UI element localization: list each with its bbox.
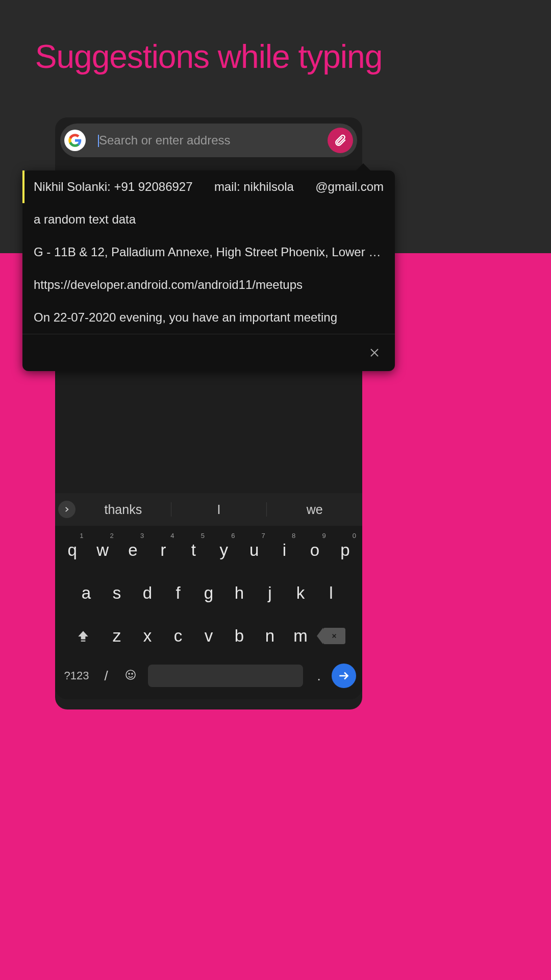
period-key[interactable]: . xyxy=(310,668,328,684)
paperclip-icon xyxy=(334,134,347,147)
key-superscript: 1 xyxy=(80,532,83,540)
key-f[interactable]: f xyxy=(163,572,193,615)
key-superscript: 7 xyxy=(262,532,265,540)
attachment-button[interactable] xyxy=(328,128,353,153)
emoji-icon xyxy=(124,669,137,681)
key-a[interactable]: a xyxy=(71,572,102,615)
svg-rect-0 xyxy=(81,641,86,642)
dropdown-arrow-icon xyxy=(356,163,370,170)
space-key[interactable] xyxy=(148,665,303,687)
emoji-key[interactable] xyxy=(120,669,141,683)
keyboard-suggestion[interactable]: thanks xyxy=(76,502,171,517)
key-b[interactable]: b xyxy=(224,615,255,657)
key-superscript: 3 xyxy=(140,532,144,540)
search-bar[interactable]: Search or enter address xyxy=(60,124,357,157)
key-j[interactable]: j xyxy=(255,572,285,615)
page-title: Suggestions while typing xyxy=(0,38,417,76)
key-q[interactable]: q1 xyxy=(57,529,87,572)
suggestion-text: mail: nikhilsola xyxy=(214,180,294,194)
key-u[interactable]: u7 xyxy=(239,529,269,572)
chevron-right-icon xyxy=(63,506,70,513)
key-k[interactable]: k xyxy=(285,572,316,615)
key-superscript: 4 xyxy=(170,532,174,540)
key-z[interactable]: z xyxy=(102,615,132,657)
key-superscript: 2 xyxy=(110,532,114,540)
suggestion-item[interactable]: a random text data xyxy=(22,203,395,236)
svg-point-1 xyxy=(126,670,135,679)
keyboard-suggestion[interactable]: I xyxy=(171,502,267,517)
shift-icon xyxy=(77,629,90,643)
expand-suggestions-button[interactable] xyxy=(58,501,76,518)
close-icon xyxy=(368,347,381,359)
key-t[interactable]: t5 xyxy=(179,529,209,572)
suggestion-item[interactable]: https://developer.android.com/android11/… xyxy=(22,268,395,301)
symbols-key[interactable]: ?123 xyxy=(61,669,92,682)
suggestion-text: @gmail.com xyxy=(315,180,384,194)
keyboard: thanks I we q1w2e3r4t5y6u7i8o9p0 asdfghj… xyxy=(55,493,362,699)
arrow-right-icon xyxy=(337,669,350,682)
keyboard-suggestion[interactable]: we xyxy=(267,502,362,517)
key-superscript: 6 xyxy=(231,532,235,540)
key-o[interactable]: o9 xyxy=(299,529,330,572)
backspace-icon xyxy=(323,628,345,644)
suggestion-item[interactable]: Nikhil Solanki: +91 92086927 mail: nikhi… xyxy=(22,170,395,203)
key-superscript: 9 xyxy=(322,532,325,540)
key-superscript: 5 xyxy=(201,532,205,540)
svg-point-2 xyxy=(129,673,130,674)
search-input[interactable]: Search or enter address xyxy=(99,133,328,148)
key-superscript: 0 xyxy=(353,532,356,540)
key-l[interactable]: l xyxy=(316,572,346,615)
key-n[interactable]: n xyxy=(255,615,285,657)
key-g[interactable]: g xyxy=(193,572,224,615)
key-h[interactable]: h xyxy=(224,572,255,615)
search-placeholder: Search or enter address xyxy=(99,133,230,147)
key-r[interactable]: r4 xyxy=(148,529,178,572)
google-logo-icon xyxy=(64,130,86,151)
key-x[interactable]: x xyxy=(132,615,163,657)
text-cursor xyxy=(98,135,99,147)
suggestion-text: Nikhil Solanki: +91 92086927 xyxy=(34,180,193,194)
key-c[interactable]: c xyxy=(163,615,193,657)
shift-key[interactable] xyxy=(65,615,102,657)
key-i[interactable]: i8 xyxy=(269,529,299,572)
svg-point-3 xyxy=(132,673,133,674)
key-e[interactable]: e3 xyxy=(118,529,148,572)
suggestion-item[interactable]: G - 11B & 12, Palladium Annexe, High Str… xyxy=(22,236,395,268)
keyboard-suggestion-bar: thanks I we xyxy=(55,493,362,526)
enter-key[interactable] xyxy=(332,664,356,688)
key-superscript: 8 xyxy=(292,532,295,540)
key-y[interactable]: y6 xyxy=(209,529,239,572)
key-s[interactable]: s xyxy=(102,572,132,615)
slash-key[interactable]: / xyxy=(96,668,116,684)
suggestion-item[interactable]: On 22-07-2020 evening, you have an impor… xyxy=(22,301,395,334)
key-d[interactable]: d xyxy=(132,572,163,615)
key-m[interactable]: m xyxy=(285,615,316,657)
backspace-key[interactable] xyxy=(316,615,353,657)
key-w[interactable]: w2 xyxy=(87,529,117,572)
key-v[interactable]: v xyxy=(193,615,224,657)
dropdown-close-button[interactable] xyxy=(22,334,395,371)
key-p[interactable]: p0 xyxy=(330,529,360,572)
suggestions-dropdown: Nikhil Solanki: +91 92086927 mail: nikhi… xyxy=(22,170,395,371)
